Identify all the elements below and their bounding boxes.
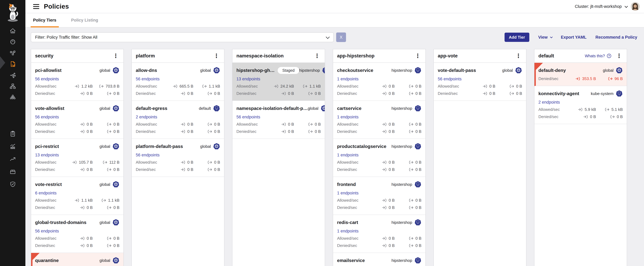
policy-card-vote-restrict[interactable]: vote-restrictglobal6 endpointsAllowed/se…	[31, 177, 124, 215]
inbound-traffic-icon	[382, 130, 387, 134]
hamburger-menu-icon[interactable]	[33, 4, 39, 9]
outbound-traffic-icon	[610, 115, 615, 119]
endpoints-link[interactable]: 1 endpoints	[337, 229, 359, 234]
policy-card-default-deny[interactable]: default-denyglobalDenied/sec353.5 B96 B	[534, 63, 627, 86]
policy-name: pci-restrict	[35, 144, 59, 149]
policy-traffic-filter-select[interactable]: Filter: Policy Traffic filter: Show All	[31, 32, 334, 42]
endpoints-link[interactable]: 56 endpoints	[438, 77, 462, 82]
sidebar-item-service-graph[interactable]	[0, 70, 26, 81]
outbound-traffic-icon	[409, 198, 414, 202]
endpoints-link[interactable]: 56 endpoints	[35, 77, 59, 82]
inbound-value: 0 B	[67, 167, 93, 172]
policy-card-platform-default-pass[interactable]: platform-default-passglobal56 endpointsA…	[132, 139, 224, 177]
policy-card-redis-cart[interactable]: redis-carthipstershopns1 endpointsAllowe…	[333, 215, 426, 253]
endpoints-link[interactable]: 1 endpoints	[337, 191, 359, 196]
metric-label: Denied/sec	[538, 76, 558, 81]
tier-menu-kebab-icon[interactable]: ⋮	[414, 53, 422, 59]
sidebar-item-policies[interactable]	[0, 58, 26, 70]
tier-menu-kebab-icon[interactable]: ⋮	[314, 53, 321, 59]
policy-name: konnectivity-agent	[538, 91, 579, 96]
user-avatar[interactable]	[631, 2, 640, 11]
inbound-value: 0 B	[470, 84, 495, 89]
sidebar-item-compliance-report[interactable]	[0, 128, 26, 140]
outbound-traffic-icon	[107, 244, 112, 248]
endpoints-link[interactable]: 13 endpoints	[35, 153, 59, 158]
tier-column-default: defaultWhats this??⋮default-denyglobalDe…	[534, 49, 627, 266]
policy-card-frontend[interactable]: frontendhipstershopns1 endpointsAllowed/…	[333, 177, 426, 215]
clear-filter-button[interactable]: X	[336, 32, 346, 42]
outbound-traffic-icon	[608, 77, 613, 81]
tier-menu-kebab-icon[interactable]: ⋮	[515, 53, 522, 59]
sidebar-item-topology[interactable]	[0, 81, 26, 92]
endpoints-link[interactable]: 2 endpoints	[538, 100, 560, 105]
endpoints-link[interactable]: 6 endpoints	[35, 191, 57, 196]
outbound-traffic-icon	[207, 160, 212, 164]
tab-policy-listing[interactable]: Policy Listing	[71, 13, 98, 27]
sidebar-item-dashboard-gauge[interactable]	[0, 36, 26, 48]
sidebar-item-threat-defense[interactable]	[0, 178, 26, 190]
inbound-traffic-icon	[382, 168, 387, 172]
endpoints-link[interactable]: 56 endpoints	[35, 115, 59, 120]
sidebar-item-home[interactable]	[0, 25, 26, 36]
policy-scope: global	[100, 181, 120, 188]
outbound-value: 0 B	[97, 243, 120, 248]
calico-cat-logo[interactable]	[0, 0, 26, 22]
policy-card-checkoutservice[interactable]: checkoutservicehipstershopns1 endpointsA…	[333, 63, 426, 101]
svg-text:ns: ns	[618, 94, 620, 96]
traffic-metric-row: Denied/sec0 B0 B	[136, 129, 220, 134]
endpoints-link[interactable]: 56 endpoints	[136, 77, 160, 82]
export-yaml-button[interactable]: Export YAML	[561, 35, 586, 40]
policy-card-cartservice[interactable]: cartservicehipstershopns1 endpointsAllow…	[333, 101, 426, 139]
sidebar-item-workloads[interactable]	[0, 92, 26, 103]
svg-text:?: ?	[608, 54, 610, 58]
endpoints-link[interactable]: 56 endpoints	[35, 229, 59, 234]
add-tier-button[interactable]: Add Tier	[504, 33, 529, 42]
policy-card-pci-allowlist[interactable]: pci-allowlistglobal56 endpointsAllowed/s…	[31, 63, 124, 101]
sidebar-item-statistics[interactable]	[0, 140, 26, 153]
policy-card-hipstershop-gh[interactable]: hipstershop-gh…Stagedhipstershopns13 end…	[232, 63, 325, 101]
scope-label: global	[502, 68, 513, 73]
recommend-policy-button[interactable]: Recommend a Policy	[595, 35, 637, 40]
endpoints-link[interactable]: 56 endpoints	[136, 153, 160, 158]
inbound-value: 1.1 kB	[67, 198, 93, 203]
policy-name: vote-default-pass	[438, 68, 476, 73]
policy-card-pci-restrict[interactable]: pci-restrictglobal13 endpointsAllowed/se…	[31, 139, 124, 177]
policy-card-default-egress[interactable]: default-egressdefaultns2 endpointsAllowe…	[132, 101, 224, 139]
tab-policy-tiers[interactable]: Policy Tiers	[33, 13, 56, 27]
scope-label: global	[100, 220, 110, 225]
tier-menu-kebab-icon[interactable]: ⋮	[112, 53, 120, 59]
scope-label: kube-system	[591, 91, 614, 96]
view-dropdown-button[interactable]: View	[538, 35, 552, 40]
endpoints-link[interactable]: 1 endpoints	[337, 153, 359, 158]
sidebar-item-trends[interactable]	[0, 153, 26, 165]
tier-menu-kebab-icon[interactable]: ⋮	[615, 53, 623, 59]
endpoints-link[interactable]: 2 endpoints	[136, 115, 157, 120]
inbound-traffic-icon	[382, 236, 387, 240]
tier-menu-kebab-icon[interactable]: ⋮	[213, 53, 220, 59]
endpoints-link[interactable]: 56 endpoints	[236, 115, 260, 120]
traffic-metric-row: Denied/sec0 B0 B	[337, 129, 422, 134]
outbound-value: 0 B	[97, 205, 120, 210]
endpoints-link[interactable]: 1 endpoints	[337, 77, 359, 82]
metric-label: Allowed/sec	[236, 84, 258, 89]
policy-card-global-trusted-domains[interactable]: global-trusted-domainsglobal56 endpoints…	[31, 215, 124, 253]
policy-card-productcatalogservice[interactable]: productcatalogservicehipstershopns1 endp…	[333, 139, 426, 177]
policy-card-konnectivity-agent[interactable]: konnectivity-agentkube-systemns2 endpoin…	[534, 86, 627, 124]
policy-card-quarantine[interactable]: quarantineglobal0 endpoints	[31, 253, 124, 266]
sidebar-item-packages[interactable]	[0, 165, 26, 178]
policy-board: security⋮pci-allowlistglobal56 endpoints…	[31, 49, 640, 266]
policy-card-vote-allowlist[interactable]: vote-allowlistglobal56 endpointsAllowed/…	[31, 101, 124, 139]
scope-label: global	[308, 106, 318, 111]
whats-this-link[interactable]: Whats this??	[585, 54, 611, 58]
endpoints-link[interactable]: 13 endpoints	[236, 77, 260, 82]
policy-name: cartservice	[337, 106, 362, 111]
cluster-selector[interactable]: Cluster: jlt-msft-workshop	[575, 4, 627, 9]
policy-card-vote-default-pass[interactable]: vote-default-passglobal56 endpointsAllow…	[434, 63, 526, 101]
toolbar: Filter: Policy Traffic filter: Show All …	[31, 32, 640, 42]
endpoints-link[interactable]: 1 endpoints	[337, 115, 359, 120]
policy-card-emailservice[interactable]: emailservicehipstershopns1 endpointsAllo…	[333, 253, 426, 266]
policy-card-namespace-isolation-default-p[interactable]: namespace-isolation-default-p…global56 e…	[232, 101, 325, 139]
policy-name: global-trusted-domains	[35, 220, 86, 225]
policy-card-allow-dns[interactable]: allow-dnsglobal56 endpointsAllowed/sec66…	[132, 63, 224, 101]
outbound-traffic-icon	[107, 130, 112, 134]
